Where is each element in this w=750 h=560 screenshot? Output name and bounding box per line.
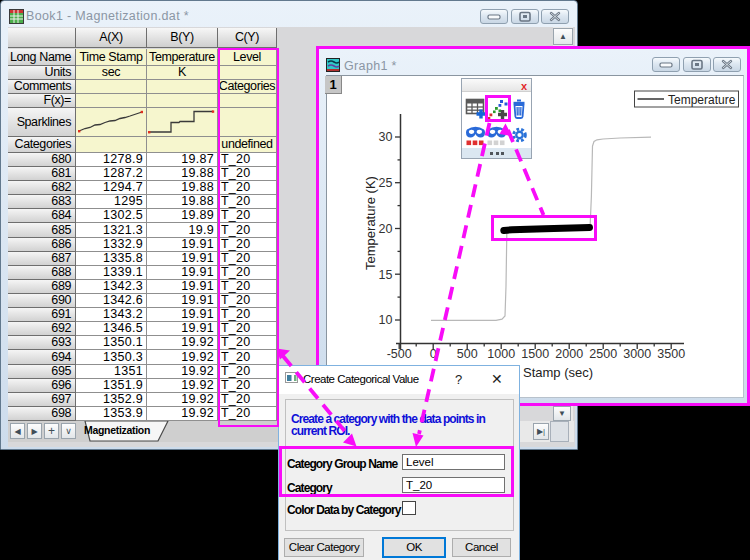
svg-text:20: 20 — [379, 222, 393, 236]
svg-text:15: 15 — [379, 268, 393, 282]
svg-text:25: 25 — [379, 176, 393, 190]
svg-text:2000: 2000 — [555, 347, 583, 361]
svg-text:1000: 1000 — [487, 347, 515, 361]
svg-text:Temperature: Temperature — [668, 93, 736, 107]
svg-text:-500: -500 — [387, 347, 412, 361]
svg-text:Temperature (K): Temperature (K) — [363, 176, 378, 270]
svg-text:500: 500 — [457, 347, 478, 361]
svg-text:3000: 3000 — [623, 347, 651, 361]
svg-text:3500: 3500 — [657, 347, 685, 361]
svg-text:10: 10 — [379, 313, 393, 327]
svg-text:30: 30 — [379, 130, 393, 144]
svg-text:1500: 1500 — [521, 347, 549, 361]
svg-text:2500: 2500 — [589, 347, 617, 361]
svg-text:0: 0 — [430, 347, 437, 361]
